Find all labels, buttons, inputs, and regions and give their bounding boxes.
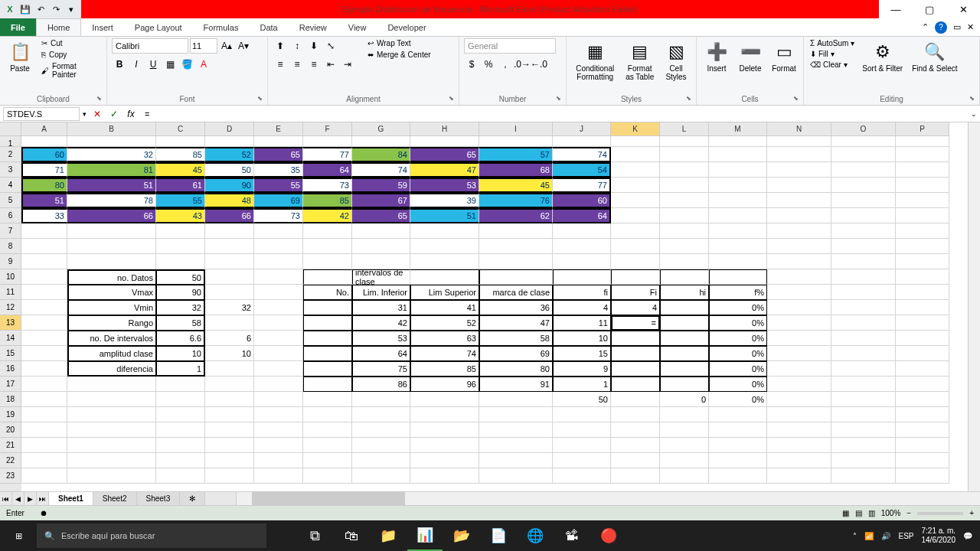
cell[interactable]: 86 (352, 377, 410, 392)
cell[interactable]: Fi (611, 285, 660, 300)
cell[interactable]: 77 (303, 147, 352, 162)
cell[interactable] (660, 223, 709, 239)
cell[interactable] (410, 392, 479, 407)
cell[interactable] (660, 331, 709, 346)
cell[interactable] (254, 346, 303, 361)
folder-task-icon[interactable]: 📂 (444, 520, 479, 551)
cell[interactable] (660, 208, 709, 223)
cell[interactable] (709, 468, 767, 484)
cell[interactable]: 15 (553, 346, 611, 361)
cell[interactable] (767, 377, 831, 392)
cell[interactable] (254, 392, 303, 407)
cell[interactable] (303, 468, 352, 484)
copy-button[interactable]: ⎘Copy (38, 50, 102, 60)
cell[interactable] (767, 254, 831, 269)
cell[interactable]: 53 (410, 178, 479, 193)
cell[interactable]: 54 (553, 162, 611, 178)
cell[interactable] (254, 407, 303, 422)
tab-file[interactable]: File (0, 18, 36, 36)
cell[interactable] (831, 422, 896, 438)
cell[interactable] (303, 422, 352, 438)
cell[interactable] (831, 147, 896, 162)
macro-record-icon[interactable]: ⏺ (40, 509, 47, 517)
tab-view[interactable]: View (338, 18, 377, 36)
wrap-text-button[interactable]: ↩Wrap Text (364, 38, 434, 48)
cell[interactable]: 43 (156, 208, 205, 223)
cell[interactable] (21, 453, 67, 468)
cell[interactable]: 10 (156, 346, 205, 361)
cell[interactable]: 32 (205, 300, 254, 315)
cell[interactable] (553, 453, 611, 468)
cell[interactable]: 0% (709, 346, 767, 361)
cell[interactable] (67, 392, 156, 407)
cell[interactable] (709, 147, 767, 162)
cell[interactable] (896, 269, 949, 285)
cell[interactable] (553, 223, 611, 239)
cell[interactable]: fi (553, 285, 611, 300)
cell[interactable]: 84 (352, 147, 410, 162)
cell[interactable] (205, 392, 254, 407)
cell[interactable]: 51 (410, 208, 479, 223)
cell[interactable]: 52 (205, 147, 254, 162)
language-indicator[interactable]: ESP (898, 532, 913, 540)
cell[interactable] (553, 136, 611, 147)
cell[interactable] (896, 438, 949, 453)
cut-button[interactable]: ✂Cut (38, 38, 102, 48)
cell[interactable] (352, 422, 410, 438)
cell[interactable]: 59 (352, 178, 410, 193)
cell[interactable] (303, 331, 352, 346)
align-right-icon[interactable]: ≡ (306, 57, 322, 72)
font-color-button[interactable]: A (196, 57, 211, 72)
cell[interactable] (709, 254, 767, 269)
cell[interactable] (254, 254, 303, 269)
cell[interactable] (896, 300, 949, 315)
fill-button[interactable]: ⬇Fill ▾ (808, 49, 856, 59)
cell[interactable] (410, 407, 479, 422)
cell[interactable] (254, 269, 303, 285)
cell[interactable] (205, 223, 254, 239)
row-headers[interactable]: 1234567891011121314151617181920212223 (0, 136, 21, 491)
cell[interactable] (831, 193, 896, 208)
cell[interactable]: 61 (156, 178, 205, 193)
cell[interactable] (767, 315, 831, 331)
cell[interactable] (254, 361, 303, 377)
cell[interactable]: intervalos de clase (352, 269, 410, 285)
formula-input[interactable] (142, 109, 968, 119)
cell[interactable] (767, 392, 831, 407)
cell[interactable] (709, 223, 767, 239)
cell[interactable] (479, 407, 553, 422)
cell[interactable] (611, 346, 660, 361)
cell[interactable]: 66 (205, 208, 254, 223)
cell[interactable] (479, 254, 553, 269)
cell[interactable] (767, 300, 831, 315)
cell[interactable]: no. De intervalos (67, 331, 156, 346)
cell[interactable]: = (611, 315, 660, 331)
cell[interactable] (660, 377, 709, 392)
cell[interactable] (896, 254, 949, 269)
cell[interactable]: diferencia (67, 361, 156, 377)
cell[interactable] (156, 239, 205, 254)
cell[interactable] (254, 422, 303, 438)
cell[interactable] (205, 453, 254, 468)
cell[interactable] (67, 239, 156, 254)
cell[interactable] (67, 422, 156, 438)
cell[interactable] (156, 453, 205, 468)
sheet-nav-prev[interactable]: ◀ (12, 492, 24, 505)
cell[interactable] (896, 361, 949, 377)
cell[interactable] (896, 193, 949, 208)
cell[interactable] (67, 468, 156, 484)
cell[interactable] (410, 453, 479, 468)
chrome-icon[interactable]: 🌐 (518, 520, 553, 551)
cell[interactable] (831, 300, 896, 315)
taskbar-search[interactable]: 🔍 Escribe aquí para buscar (37, 523, 266, 548)
cell[interactable] (767, 422, 831, 438)
cell[interactable] (156, 422, 205, 438)
view-pagebreak-icon[interactable]: ▥ (868, 509, 875, 517)
clear-button[interactable]: ⌫Clear ▾ (808, 60, 856, 70)
cell[interactable] (352, 453, 410, 468)
italic-button[interactable]: I (129, 57, 144, 72)
cell[interactable]: 62 (479, 208, 553, 223)
cell[interactable] (352, 239, 410, 254)
cell[interactable]: 67 (352, 193, 410, 208)
cell[interactable] (767, 285, 831, 300)
